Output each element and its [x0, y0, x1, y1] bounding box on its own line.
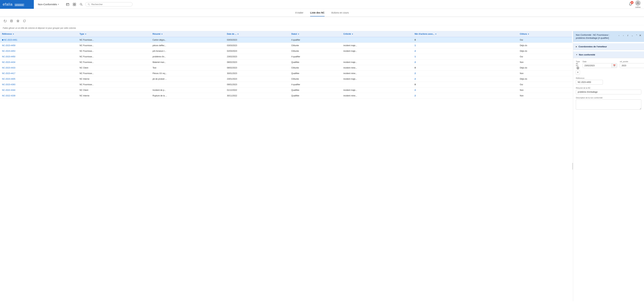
nbr-actions-link[interactable]: 2	[414, 72, 416, 74]
table-row[interactable]: NC-2023-4453 NC Fournisse... prb livrais…	[0, 48, 572, 54]
panel-info-button[interactable]: i	[626, 34, 630, 37]
reference-link[interactable]: NC-2023-4417	[2, 72, 16, 74]
search-input[interactable]	[91, 3, 130, 6]
nbr-actions-link[interactable]: 1	[414, 44, 416, 47]
table-row[interactable]: NC-2023-4434 NC Fournisse... Materiel ma…	[0, 60, 572, 65]
panel-expand-up-icon[interactable]: ⌃	[635, 34, 638, 37]
table-row[interactable]: NC-2023-4433 NC Client Test 08/02/2023 C…	[0, 65, 572, 71]
section-coordonnees[interactable]: ▶ Coordonnées de l'emetteur	[573, 43, 644, 50]
user-menu[interactable]: celine	[635, 0, 640, 8]
table-row[interactable]: NC-2023-4459 NC Fournisse... pièces deff…	[0, 43, 572, 48]
nbr-actions-link[interactable]: 2	[414, 50, 416, 52]
filter-type-icon[interactable]: ▼	[85, 33, 86, 35]
filter-nbr-actions-icon[interactable]: ▼	[435, 33, 437, 35]
table-area: Référence ▼ Type ▼ Résumé ▼	[0, 31, 572, 301]
reference-input[interactable]	[576, 80, 603, 84]
star-button[interactable]	[16, 18, 20, 23]
cell-criticite	[341, 54, 412, 60]
reference-link[interactable]: NC-2023-4433	[2, 66, 16, 69]
resume-nc-input[interactable]	[576, 90, 641, 94]
table-row[interactable]: NC-2023-4450 NC Fournisse... problème d'…	[0, 54, 572, 60]
tab-actions-en-cours[interactable]: Actions en cours	[331, 9, 349, 16]
module-menu[interactable]: Non-Conformités ▾	[34, 3, 63, 6]
tab-liste-nc[interactable]: Liste des NC	[310, 9, 324, 16]
cell-statut: A qualifier	[289, 37, 341, 43]
reference-link[interactable]: NC-2023-4453	[2, 50, 16, 52]
cell-cloture: Déjà clo	[518, 43, 572, 48]
search-icon[interactable]	[78, 2, 84, 7]
cell-criticite: incident maje...	[341, 60, 412, 65]
notifications-button[interactable]: 23	[628, 2, 632, 6]
table-row[interactable]: NC-2022-4339 NC Interne Rupture de la ..…	[0, 93, 572, 98]
form-group-reference: Référence	[576, 77, 641, 84]
panel-collapse-icon[interactable]: ⌄	[630, 34, 634, 37]
panel-next-icon[interactable]: ›	[622, 34, 625, 37]
cell-resume: Test	[150, 65, 225, 71]
nbr-actions-link[interactable]: 2	[414, 61, 416, 64]
nbr-actions-link[interactable]: 0	[414, 83, 416, 86]
ref-annee-input[interactable]	[620, 63, 644, 68]
table-row[interactable]: NC-2023-4393 NC Fournisse... 09/01/2023 …	[0, 82, 572, 88]
grid-view-icon[interactable]	[72, 2, 77, 7]
reference-link[interactable]: NC-2023-4434	[2, 61, 16, 64]
nbr-actions-link[interactable]: 1	[414, 56, 416, 58]
tab-a-traiter[interactable]: A traiter	[295, 9, 304, 16]
nbr-actions-link[interactable]: 2	[414, 94, 416, 97]
cell-statut: Qualifiée	[289, 60, 341, 65]
cell-cloture: Non	[518, 88, 572, 93]
cell-resume: pb de produit ...	[150, 76, 225, 82]
nbr-actions-link[interactable]: 2	[414, 89, 416, 91]
panel-prev-icon[interactable]: ‹	[617, 34, 621, 37]
nbr-actions-link[interactable]: 2	[414, 78, 416, 80]
reference-link[interactable]: NC-2023-4393	[2, 83, 16, 86]
nbr-actions-link[interactable]: 0	[414, 39, 416, 41]
calendar-view-icon[interactable]	[65, 2, 70, 7]
refresh-button[interactable]	[3, 18, 8, 23]
panel-title: Non Conformité : NC Fournisseur : problè…	[576, 34, 617, 40]
nbr-actions-link[interactable]: 0	[414, 66, 416, 69]
cell-date: 30/11/2022	[225, 93, 289, 98]
svg-rect-6	[74, 3, 76, 4]
reference-link[interactable]: NC-2022-4344	[2, 89, 16, 91]
table-row[interactable]: NC-2023-4405 NC Interne pb de produit ..…	[0, 76, 572, 82]
cell-date: 01/12/2022	[225, 88, 289, 93]
table-row[interactable]: NC-2022-4344 NC Client Incident de p... …	[0, 88, 572, 93]
reference-link[interactable]: NC-2023-4459	[2, 44, 16, 47]
cell-resume: Rupture de la ...	[150, 93, 225, 98]
cell-nbr-actions: 2	[412, 71, 518, 76]
cell-criticite: incident maje...	[341, 76, 412, 82]
type-nc-help-icon[interactable]: ?	[576, 66, 579, 69]
description-textarea[interactable]	[576, 100, 641, 110]
type-nc-select[interactable]: NC Fournisseur NC Client NC Interne	[576, 70, 580, 75]
calendar-icon[interactable]: 📅	[612, 64, 617, 68]
cell-date: 08/02/2023	[225, 60, 289, 65]
form-group-description: Description de la non conformité	[576, 97, 641, 110]
table-row[interactable]: NC-2023-4417 NC Fournisse... Pièces XX r…	[0, 71, 572, 76]
cell-reference: NC-2023-4453	[0, 48, 78, 54]
section-nc[interactable]: ▼ Non conformité	[573, 52, 644, 58]
svg-rect-0	[66, 4, 69, 6]
reset-button[interactable]	[22, 18, 27, 23]
resize-handle[interactable]	[572, 31, 573, 301]
reference-link[interactable]: NC-2023-4461	[4, 39, 17, 41]
header-view-icons	[63, 2, 134, 7]
cell-type: NC Client	[78, 88, 151, 93]
cell-nbr-actions: 1	[412, 54, 518, 60]
filter-cloture-icon[interactable]: ▼	[528, 33, 529, 35]
logo-area: efalia process	[0, 0, 34, 9]
reference-link[interactable]: NC-2023-4405	[2, 78, 16, 80]
filter-criticite-icon[interactable]: ▼	[352, 33, 353, 35]
filter-date-icon[interactable]: ▼	[237, 33, 239, 35]
export-button[interactable]	[9, 18, 14, 23]
reference-link[interactable]: NC-2023-4450	[2, 56, 16, 58]
filter-reference-icon[interactable]: ▼	[12, 33, 14, 35]
filter-resume-icon[interactable]: ▼	[161, 33, 163, 35]
col-header-reference: Référence ▼	[0, 31, 78, 37]
search-box[interactable]	[85, 2, 132, 6]
table-row[interactable]: NC-2023-4461 NC Fournisse... Carton dégr…	[0, 37, 572, 43]
reference-link[interactable]: NC-2022-4339	[2, 94, 16, 97]
svg-rect-5	[73, 3, 74, 4]
panel-close-button[interactable]: ✕	[639, 34, 641, 37]
date-input[interactable]	[583, 64, 612, 68]
filter-statut-icon[interactable]: ▼	[298, 33, 299, 35]
